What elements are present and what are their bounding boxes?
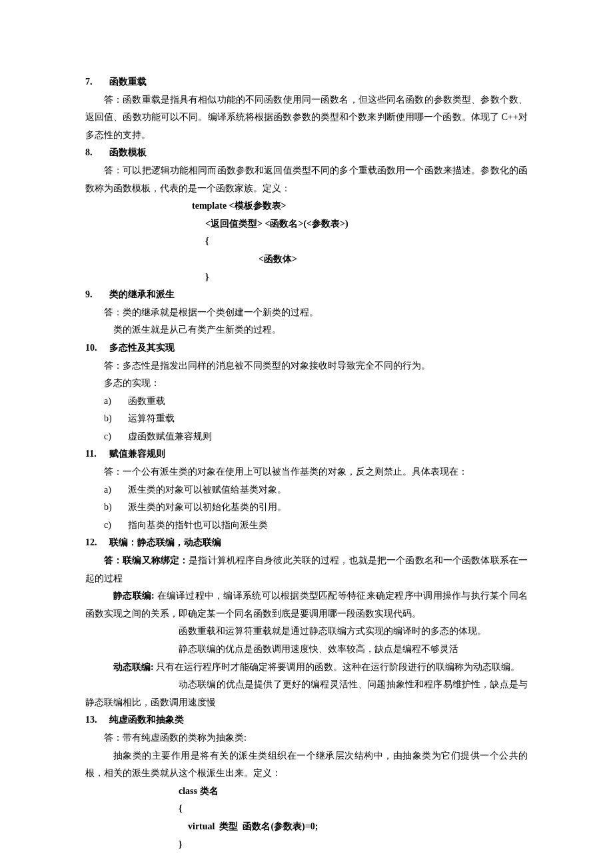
section-number: 8. — [85, 144, 97, 162]
sub-letter: a) — [104, 481, 116, 499]
answer-text: 答：可以把逻辑功能相同而函数参数和返回值类型不同的多个重载函数用一个函数来描述。… — [85, 162, 528, 197]
sub-text: 虚函数赋值兼容规则 — [128, 428, 212, 446]
section-number: 9. — [85, 286, 97, 304]
bold-term: 静态联编: — [113, 591, 155, 601]
section-title: 类的继承和派生 — [109, 286, 175, 304]
sub-item: c)虚函数赋值兼容规则 — [85, 428, 528, 446]
indented-text: 静态联编的优点是函数调用速度快、效率较高，缺点是编程不够灵活 — [85, 641, 528, 659]
code-line: class 类名 — [85, 783, 528, 801]
answer-text: 答：多态性是指发出同样的消息被不同类型的对象接收时导致完全不同的行为。 — [85, 357, 528, 375]
section-number: 7. — [85, 73, 97, 91]
section-heading: 13.纯虚函数和抽象类 — [85, 711, 528, 729]
section-heading: 9.类的继承和派生 — [85, 286, 528, 304]
sub-letter: c) — [104, 428, 116, 446]
section-8: 8.函数模板答：可以把逻辑功能相同而函数参数和返回值类型不同的多个重载函数用一个… — [85, 144, 528, 286]
section-number: 13. — [85, 711, 97, 729]
section-11: 11.赋值兼容规则答：一个公有派生类的对象在使用上可以被当作基类的对象，反之则禁… — [85, 445, 528, 534]
section-12: 12.联编：静态联编，动态联编答：联编又称绑定：是指计算机程序自身彼此关联的过程… — [85, 534, 528, 711]
section-7: 7.函数重载答：函数重载是指具有相似功能的不同函数使用同一函数名，但这些同名函数… — [85, 73, 528, 144]
indented-text: 抽象类的主要作用是将有关的派生类组织在一个继承层次结构中，由抽象类为它们提供一个… — [85, 747, 528, 783]
section-heading: 11.赋值兼容规则 — [85, 445, 528, 463]
indented-text: 动态联编: 只有在运行程序时才能确定将要调用的函数。这种在运行阶段进行的联编称为… — [85, 659, 528, 677]
section-title: 函数重载 — [109, 73, 147, 91]
sub-letter: c) — [104, 517, 116, 535]
sub-text: 函数重载 — [128, 393, 165, 411]
section-heading: 10.多态性及其实现 — [85, 339, 528, 357]
section-title: 多态性及其实现 — [109, 339, 175, 357]
sub-text: 派生类的对象可以被赋值给基类对象。 — [128, 481, 287, 499]
sub-item: a)函数重载 — [85, 393, 528, 411]
section-10: 10.多态性及其实现答：多态性是指发出同样的消息被不同类型的对象接收时导致完全不… — [85, 339, 528, 446]
code-line: virtual 类型 函数名(参数表)=0; — [85, 818, 528, 836]
sub-item: b)派生类的对象可以初始化基类的引用。 — [85, 499, 528, 517]
section-heading: 7.函数重载 — [85, 73, 528, 91]
code-line: <函数体> — [85, 251, 528, 269]
code-line: <返回值类型> <函数名>(<参数表>) — [85, 215, 528, 233]
section-title: 纯虚函数和抽象类 — [109, 711, 184, 729]
sub-letter: a) — [104, 393, 116, 411]
sub-item: a)派生类的对象可以被赋值给基类对象。 — [85, 481, 528, 499]
section-number: 10. — [85, 339, 97, 357]
code-line: { — [85, 233, 528, 251]
answer-text: 多态的实现： — [85, 375, 528, 393]
answer-text: 答：一个公有派生类的对象在使用上可以被当作基类的对象，反之则禁止。具体表现在： — [85, 463, 528, 481]
section-title: 联编：静态联编，动态联编 — [109, 534, 221, 552]
section-number: 11. — [85, 445, 97, 463]
section-number: 12. — [85, 534, 97, 552]
indented-text: 类的派生就是从己有类产生新类的过程。 — [85, 321, 528, 339]
rest-text: 只有在运行程序时才能确定将要调用的函数。这种在运行阶段进行的联编称为动态联编。 — [154, 662, 520, 672]
sub-letter: b) — [104, 499, 116, 517]
section-title: 赋值兼容规则 — [109, 445, 165, 463]
sub-text: 派生类的对象可以初始化基类的引用。 — [128, 499, 287, 517]
code-line: } — [85, 269, 528, 287]
answer-text: 答：联编又称绑定：是指计算机程序自身彼此关联的过程，也就是把一个函数名和一个函数… — [85, 552, 528, 587]
indented-text: 静态联编: 在编译过程中，编译系统可以根据类型匹配等特征来确定程序中调用操作与执… — [85, 587, 528, 623]
sub-letter: b) — [104, 410, 116, 428]
indented-text: 函数重载和运算符重载就是通过静态联编方式实现的编译时的多态的体现。 — [85, 623, 528, 641]
section-9: 9.类的继承和派生答：类的继承就是根据一个类创建一个新类的过程。类的派生就是从己… — [85, 286, 528, 339]
sub-text: 指向基类的指针也可以指向派生类 — [128, 517, 268, 535]
bold-term: 动态联编: — [113, 662, 154, 672]
code-line: { — [85, 800, 528, 818]
answer-text: 答：带有纯虚函数的类称为抽象类: — [85, 729, 528, 747]
answer-text: 答：类的继承就是根据一个类创建一个新类的过程。 — [85, 304, 528, 322]
code-line: } — [85, 836, 528, 854]
bold-term: 答：联编又称绑定： — [104, 555, 189, 565]
answer-text: 答：函数重载是指具有相似功能的不同函数使用同一函数名，但这些同名函数的参数类型、… — [85, 91, 528, 145]
indented-text: 动态联编的优点是提供了更好的编程灵活性、问题抽象性和程序易维护性，缺点是与静态联… — [85, 676, 528, 711]
section-heading: 8.函数模板 — [85, 144, 528, 162]
code-line: template <模板参数表> — [85, 197, 528, 215]
section-13: 13.纯虚函数和抽象类答：带有纯虚函数的类称为抽象类:抽象类的主要作用是将有关的… — [85, 711, 528, 853]
sub-text: 运算符重载 — [128, 410, 175, 428]
section-heading: 12.联编：静态联编，动态联编 — [85, 534, 528, 552]
sub-item: c)指向基类的指针也可以指向派生类 — [85, 517, 528, 535]
section-title: 函数模板 — [109, 144, 147, 162]
sub-item: b)运算符重载 — [85, 410, 528, 428]
